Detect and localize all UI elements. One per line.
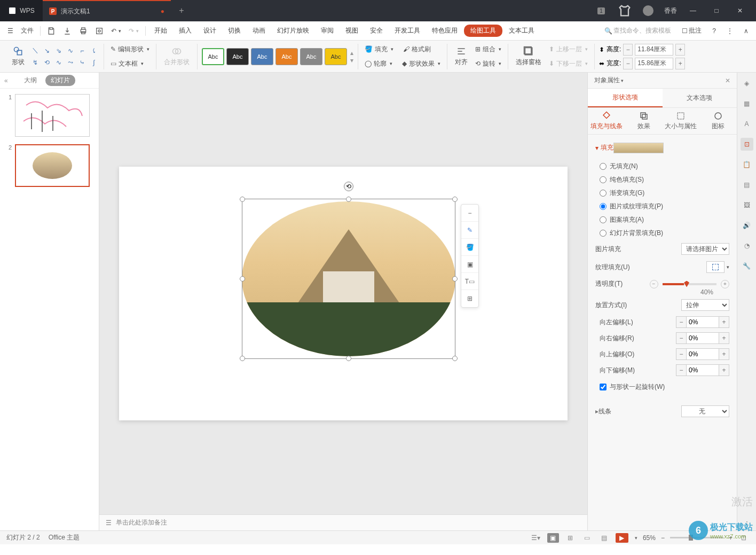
offset-right-input[interactable] xyxy=(687,332,719,344)
normal-view-icon[interactable]: ▣ xyxy=(547,533,559,543)
style-2[interactable]: Abc xyxy=(226,48,249,65)
sr-text-icon[interactable]: A xyxy=(741,118,753,130)
slideshow-button[interactable]: ▶ xyxy=(616,533,628,543)
handle-nw[interactable] xyxy=(240,197,245,202)
subtab-size[interactable]: 大小与属性 xyxy=(663,108,700,134)
height-dec[interactable]: − xyxy=(623,44,633,56)
sr-design-icon[interactable]: ▦ xyxy=(741,97,753,110)
texture-picker[interactable] xyxy=(706,261,724,273)
off-r-dec[interactable]: − xyxy=(676,332,687,344)
off-r-inc[interactable]: + xyxy=(719,332,729,344)
zoom-value[interactable]: 65% xyxy=(643,534,656,542)
fill-none-radio[interactable]: 无填充(N) xyxy=(595,160,729,173)
text-options-tab[interactable]: 文本选项 xyxy=(663,89,737,107)
off-b-inc[interactable]: + xyxy=(719,364,729,376)
section-fill-header[interactable]: ▾ 填充 xyxy=(595,143,613,152)
window-maximize[interactable]: □ xyxy=(709,5,724,16)
more-icon[interactable]: ⋮ xyxy=(723,25,736,37)
slide-canvas[interactable]: ⟲ − xyxy=(119,167,568,420)
width-input[interactable] xyxy=(635,58,673,69)
style-1[interactable]: Abc xyxy=(202,48,224,65)
ft-minus-icon[interactable]: − xyxy=(461,205,478,222)
tab-drawing-tools[interactable]: 绘图工具 xyxy=(464,25,502,37)
group-button[interactable]: ⊞组合▾ xyxy=(473,44,503,55)
export-icon[interactable] xyxy=(60,25,75,37)
reading-view-icon[interactable]: ▭ xyxy=(581,533,593,543)
tab-review[interactable]: 审阅 xyxy=(316,24,339,37)
tile-select[interactable]: 拉伸 xyxy=(681,299,729,311)
sr-tools-icon[interactable]: 🔧 xyxy=(741,260,753,272)
tab-insert[interactable]: 插入 xyxy=(174,24,197,37)
shape-options-tab[interactable]: 形状选项 xyxy=(588,89,663,107)
sr-chart-icon[interactable]: ◔ xyxy=(741,239,753,252)
fill-picture-radio[interactable]: 图片或纹理填充(P) xyxy=(595,200,729,213)
trans-dec[interactable]: − xyxy=(650,280,658,288)
sr-templates-icon[interactable]: ◈ xyxy=(741,77,753,90)
fill-pattern-radio[interactable]: 图案填充(A) xyxy=(595,213,729,226)
ft-layers-icon[interactable]: ▣ xyxy=(461,256,478,273)
outline-view-icon[interactable]: ▤ xyxy=(598,533,610,543)
canvas-scroll[interactable]: ⟲ − xyxy=(99,73,587,514)
sr-history-icon[interactable]: ▤ xyxy=(741,178,753,191)
help-icon[interactable]: ? xyxy=(709,25,719,37)
align-button[interactable]: 对齐 xyxy=(452,45,471,68)
sorter-view-icon[interactable]: ⊞ xyxy=(564,533,576,543)
off-t-dec[interactable]: − xyxy=(676,348,687,360)
rotate-handle[interactable]: ⟲ xyxy=(344,182,353,191)
shape-style-gallery[interactable]: Abc Abc Abc Abc Abc Abc xyxy=(202,48,347,65)
style-6[interactable]: Abc xyxy=(325,48,347,65)
tab-design[interactable]: 设计 xyxy=(198,24,222,37)
window-minimize[interactable]: — xyxy=(686,5,700,16)
ft-textbox-icon[interactable]: T▭ xyxy=(461,273,478,290)
ft-pen-icon[interactable]: ✎ xyxy=(461,222,478,239)
save-icon[interactable] xyxy=(44,25,59,37)
fill-gradient-radio[interactable]: 渐变填充(G) xyxy=(595,186,729,200)
edit-shape-button[interactable]: ✎编辑形状▾ xyxy=(108,44,152,55)
tab-special[interactable]: 特色应用 xyxy=(427,24,463,37)
textbox-button[interactable]: ▭文本框▾ xyxy=(108,58,146,69)
document-tab[interactable]: P 演示文稿1 ● xyxy=(43,0,171,21)
shape-effect-button[interactable]: ◆形状效果▾ xyxy=(400,58,443,69)
badge-notif[interactable]: 1 xyxy=(594,5,609,16)
sr-image-icon[interactable]: 🖼 xyxy=(741,199,753,212)
close-panel-icon[interactable]: ✕ xyxy=(725,77,730,84)
hamburger-icon[interactable]: ☰ xyxy=(4,25,17,37)
annotate-button[interactable]: ☐ 批注 xyxy=(679,24,705,37)
collapse-ribbon-icon[interactable]: ∧ xyxy=(741,25,752,37)
height-input[interactable] xyxy=(635,44,673,56)
merge-shapes-button[interactable]: 合并形状 xyxy=(161,45,193,68)
outline-button[interactable]: ◯轮廓▾ xyxy=(363,58,395,69)
off-l-inc[interactable]: + xyxy=(719,316,729,328)
trans-inc[interactable]: + xyxy=(721,280,729,288)
transparency-slider[interactable] xyxy=(663,283,717,285)
wps-home-tab[interactable]: WPS xyxy=(0,0,43,21)
handle-se[interactable] xyxy=(452,356,458,361)
off-b-dec[interactable]: − xyxy=(676,364,687,376)
collapse-panel-icon[interactable]: « xyxy=(4,77,8,84)
tab-text-tools[interactable]: 文本工具 xyxy=(503,24,540,37)
notes-view-icon[interactable]: ☰▾ xyxy=(530,533,542,543)
window-close[interactable]: ✕ xyxy=(733,5,747,16)
print-icon[interactable] xyxy=(76,25,91,37)
sr-properties-icon[interactable]: ⊡ xyxy=(741,138,753,151)
handle-s[interactable] xyxy=(346,356,351,361)
subtab-effect[interactable]: 效果 xyxy=(625,108,663,134)
tab-start[interactable]: 开始 xyxy=(149,24,172,37)
width-dec[interactable]: − xyxy=(623,58,633,69)
redo-button[interactable]: ↷▾ xyxy=(125,25,142,37)
rotate-with-shape-checkbox[interactable]: 与形状一起旋转(W) xyxy=(595,378,729,396)
selection-pane-button[interactable]: 选择窗格 xyxy=(513,45,545,68)
tab-devtools[interactable]: 开发工具 xyxy=(389,24,426,37)
fill-solid-radio[interactable]: 纯色填充(S) xyxy=(595,173,729,186)
tab-animation[interactable]: 动画 xyxy=(247,24,271,37)
format-painter-button[interactable]: 🖌格式刷 xyxy=(401,44,433,55)
handle-w[interactable] xyxy=(240,276,245,282)
style-3[interactable]: Abc xyxy=(251,48,273,65)
sr-audio-icon[interactable]: 🔊 xyxy=(741,219,753,232)
width-inc[interactable]: + xyxy=(675,58,685,69)
shape-gallery[interactable]: ＼↘⇘∿⌐⤹ ↯⟲∿⤳⤷∫ xyxy=(30,45,99,68)
slide-thumb-1[interactable] xyxy=(15,94,90,137)
fill-preview[interactable] xyxy=(613,143,664,153)
handle-n[interactable] xyxy=(346,197,351,202)
tab-transition[interactable]: 切换 xyxy=(223,24,246,37)
